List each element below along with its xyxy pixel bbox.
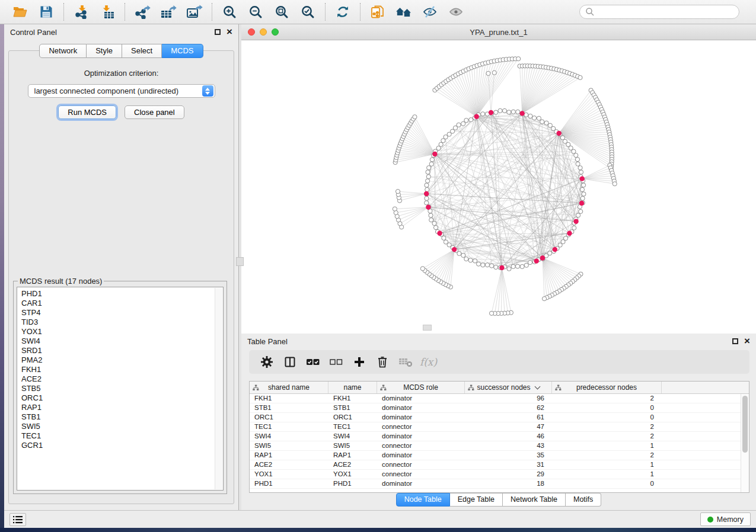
control-panel-tabs: NetworkStyleSelectMCDS xyxy=(4,44,238,58)
mcds-result-node[interactable]: STP4 xyxy=(21,308,223,318)
mcds-result-node[interactable]: PMA2 xyxy=(21,355,223,365)
table-cell: 35 xyxy=(465,451,552,460)
table-row[interactable]: ACE2ACE2connector311 xyxy=(250,460,749,470)
tab-node-table[interactable]: Node Table xyxy=(396,493,450,507)
mcds-result-node[interactable]: SWI5 xyxy=(21,422,223,431)
table-cell: dominator xyxy=(377,394,465,403)
duplicate-network-icon xyxy=(370,5,385,19)
network-window-titlebar[interactable]: YPA_prune.txt_1 xyxy=(241,24,756,40)
table-row[interactable]: PHD1PHD1dominator180 xyxy=(250,479,749,489)
run-mcds-button[interactable]: Run MCDS xyxy=(58,105,116,119)
delete-column-button[interactable] xyxy=(371,352,394,371)
table-cell: connector xyxy=(377,470,465,479)
mcds-result-node[interactable]: RAP1 xyxy=(21,403,223,412)
mcds-result-node[interactable]: ACE2 xyxy=(21,374,223,384)
select-all-icon xyxy=(306,357,320,367)
table-cell: TEC1 xyxy=(250,422,328,431)
list-icon xyxy=(12,515,23,524)
table-options-button[interactable] xyxy=(255,352,278,371)
mcds-list-scrollbar[interactable] xyxy=(215,288,222,489)
zoom-out-button[interactable] xyxy=(243,1,269,23)
duplicate-network-button[interactable] xyxy=(365,1,391,23)
mcds-tab-content: Optimization criterion: largest connecte… xyxy=(8,50,234,504)
horizontal-splitter-handle[interactable] xyxy=(423,325,432,331)
tab-network[interactable]: Network xyxy=(39,44,87,58)
export-table-button[interactable] xyxy=(155,1,181,23)
table-row[interactable]: YOX1YOX1connector291 xyxy=(250,470,749,479)
mcds-result-node[interactable]: YOX1 xyxy=(21,327,223,336)
column-header-successor-nodes[interactable]: successor nodes xyxy=(465,382,552,393)
export-network-button[interactable] xyxy=(129,1,155,23)
close-panel-button[interactable]: Close panel xyxy=(125,105,184,119)
table-row[interactable]: STB1STB1dominator620 xyxy=(250,403,749,413)
mcds-result-node[interactable]: GCR1 xyxy=(21,441,223,450)
column-header-name[interactable]: name xyxy=(328,382,377,393)
attribute-tree-icon xyxy=(380,384,387,391)
close-panel-icon[interactable]: × xyxy=(227,29,232,35)
table-scrollbar[interactable] xyxy=(741,394,749,492)
export-image-button[interactable] xyxy=(181,1,208,23)
import-network-button[interactable] xyxy=(68,1,94,23)
table-row[interactable]: FKH1FKH1dominator962 xyxy=(250,394,749,403)
hide-selected-button[interactable] xyxy=(417,1,443,23)
mcds-result-list[interactable]: PHD1CAR1STP4TID3YOX1SWI4SRD1PMA2FKH1ACE2… xyxy=(17,287,224,491)
zoom-selected-button[interactable] xyxy=(295,1,321,23)
column-header-predecessor-nodes[interactable]: predecessor nodes xyxy=(552,382,662,393)
network-view[interactable] xyxy=(241,40,756,334)
column-header-shared-name[interactable]: shared name xyxy=(250,382,328,393)
table-row[interactable]: TEC1TEC1connector472 xyxy=(250,422,749,432)
first-neighbors-button[interactable] xyxy=(391,1,417,23)
desktop-wallpaper-bottom xyxy=(0,528,756,532)
add-column-button[interactable] xyxy=(347,352,371,371)
mcds-result-node[interactable]: STB1 xyxy=(21,412,223,422)
table-header-row: shared namenameMCDS rolesuccessor nodesp… xyxy=(250,382,749,394)
zoom-fit-button[interactable] xyxy=(269,1,295,23)
toolbar-separator xyxy=(63,3,64,21)
mcds-result-node[interactable]: TEC1 xyxy=(21,431,223,441)
two-houses-icon xyxy=(395,5,412,19)
mcds-result-node[interactable]: TID3 xyxy=(21,318,223,327)
select-all-button[interactable] xyxy=(301,352,324,371)
search-input[interactable] xyxy=(595,8,733,17)
deselect-all-button[interactable] xyxy=(324,352,347,371)
float-panel-icon[interactable] xyxy=(732,338,738,344)
tab-network-table[interactable]: Network Table xyxy=(503,493,566,507)
table-scrollbar-thumb[interactable] xyxy=(742,396,748,453)
mcds-result-node[interactable]: STB5 xyxy=(21,384,223,393)
table-cell: 96 xyxy=(465,394,552,403)
apply-layout-button[interactable] xyxy=(330,1,356,23)
float-panel-icon[interactable] xyxy=(215,29,221,35)
show-all-button[interactable] xyxy=(443,1,469,23)
mcds-result-node[interactable]: SRD1 xyxy=(21,346,223,355)
table-row[interactable]: SWI5SWI5connector431 xyxy=(250,441,749,451)
network-canvas[interactable] xyxy=(241,40,756,334)
tab-mcds[interactable]: MCDS xyxy=(162,44,203,58)
tab-edge-table[interactable]: Edge Table xyxy=(450,493,503,507)
table-row[interactable]: ORC1ORC1dominator610 xyxy=(250,413,749,422)
deselect-all-icon xyxy=(329,357,343,367)
table-cell: ORC1 xyxy=(328,413,377,422)
table-row[interactable]: RAP1RAP1dominator352 xyxy=(250,451,749,460)
mcds-result-node[interactable]: ORC1 xyxy=(21,393,223,403)
zoom-in-icon xyxy=(222,5,237,19)
close-panel-icon[interactable]: × xyxy=(744,338,750,344)
mcds-result-node[interactable]: SWI4 xyxy=(21,336,223,346)
mcds-result-node[interactable]: CAR1 xyxy=(21,299,223,308)
criterion-dropdown[interactable]: largest connected component (undirected) xyxy=(28,84,215,98)
table-row[interactable]: SWI4SWI4dominator462 xyxy=(250,432,749,441)
mcds-result-node[interactable]: FKH1 xyxy=(21,365,223,374)
zoom-in-button[interactable] xyxy=(216,1,243,23)
tab-select[interactable]: Select xyxy=(122,44,162,58)
tab-motifs[interactable]: Motifs xyxy=(566,493,601,507)
vertical-splitter-handle[interactable] xyxy=(236,257,244,266)
mcds-result-node[interactable]: PHD1 xyxy=(21,289,223,299)
tab-style[interactable]: Style xyxy=(87,44,122,58)
search-field[interactable] xyxy=(579,5,739,19)
show-columns-button[interactable] xyxy=(278,352,301,371)
column-header-mcds-role[interactable]: MCDS role xyxy=(377,382,465,393)
memory-button[interactable]: Memory xyxy=(700,512,751,526)
save-session-button[interactable] xyxy=(33,1,59,23)
open-file-button[interactable] xyxy=(7,1,33,23)
task-history-button[interactable] xyxy=(9,513,26,526)
import-table-button[interactable] xyxy=(94,1,120,23)
